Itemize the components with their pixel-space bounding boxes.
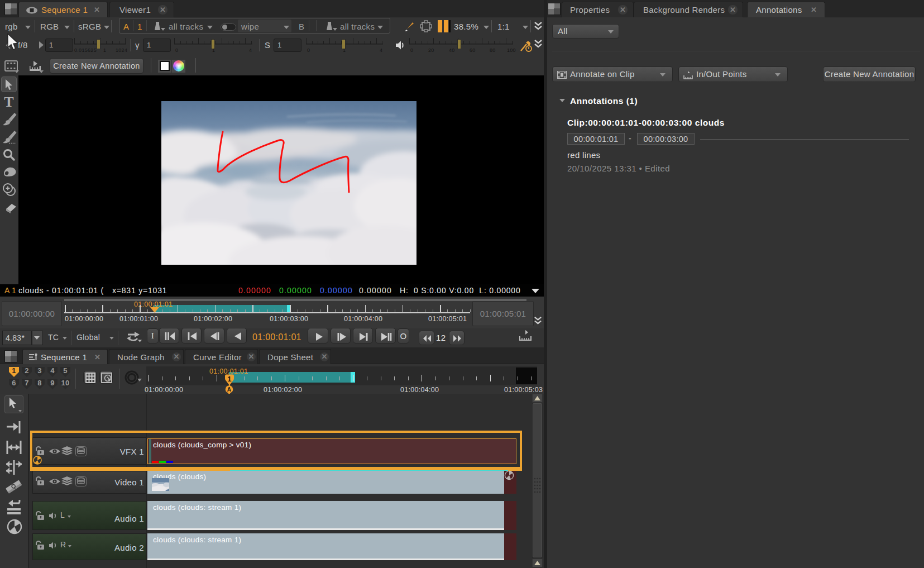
- svg-text:2: 2: [25, 366, 29, 375]
- svg-text:5: 5: [63, 366, 68, 375]
- svg-text:4: 4: [50, 366, 55, 375]
- svg-text:8: 8: [37, 379, 42, 387]
- svg-text:10: 10: [61, 379, 69, 387]
- svg-text:6: 6: [12, 379, 16, 387]
- svg-text:A: A: [227, 386, 232, 393]
- svg-text:3: 3: [37, 366, 42, 375]
- svg-text:1: 1: [227, 375, 232, 383]
- svg-text:9: 9: [50, 379, 55, 387]
- svg-text:7: 7: [25, 379, 29, 387]
- svg-text:1: 1: [12, 366, 16, 375]
